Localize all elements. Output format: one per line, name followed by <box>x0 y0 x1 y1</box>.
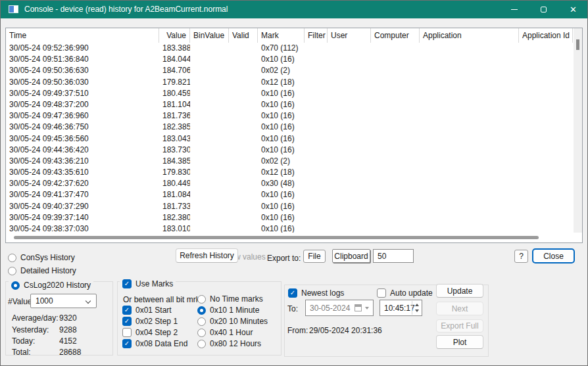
table-row[interactable]: 30/05-24 09:49:37:510180.4590x10 (16) <box>6 88 574 99</box>
checkbox-bit-start[interactable]: ✓ 0x01 Start <box>122 305 172 315</box>
column-header[interactable]: Computer <box>371 28 420 43</box>
table-cell: 181.084 <box>159 189 190 200</box>
radio-time-12hours-label: 0x80 12 Hours <box>210 339 261 348</box>
horizontal-scrollbar-thumb[interactable] <box>14 236 539 239</box>
help-button[interactable]: ? <box>514 250 528 263</box>
vertical-scrollbar-thumb[interactable] <box>576 39 579 50</box>
radio-detailed-history[interactable]: Detailed History <box>8 265 76 276</box>
radio-cslog2020-history[interactable]: CsLog2020 History <box>9 280 93 290</box>
table-row[interactable]: 30/05-24 09:41:37:470181.0840x10 (16) <box>6 189 574 200</box>
column-header[interactable]: Value <box>159 28 190 43</box>
table-cell: 0x02 (2) <box>258 65 305 76</box>
table-cell <box>190 223 229 233</box>
minimize-button[interactable] <box>499 0 529 18</box>
table-cell <box>371 133 420 145</box>
checkbox-bit-step2[interactable]: 0x04 Step 2 <box>122 327 178 338</box>
radio-time-1minute[interactable]: 0x10 1 Minute <box>197 305 259 315</box>
maximize-icon <box>541 7 547 12</box>
table-cell: 183.730 <box>159 145 190 156</box>
minimize-icon <box>511 9 518 10</box>
radio-time-1hour-label: 0x40 1 Hour <box>210 328 253 337</box>
radio-consys-history[interactable]: ConSys History <box>8 252 75 263</box>
plot-button[interactable]: Plot <box>436 335 483 349</box>
table-row[interactable]: 30/05-24 09:52:36:990183.3880x70 (112) <box>6 43 574 54</box>
radio-cslog2020-history-label: CsLog2020 History <box>24 281 91 290</box>
column-header[interactable]: BinValue <box>190 28 229 43</box>
to-time-input[interactable]: 10:45:17 <box>380 300 422 316</box>
export-full-button[interactable]: Export Full <box>436 319 483 332</box>
table-cell <box>420 110 519 122</box>
horizontal-scrollbar[interactable] <box>6 233 574 242</box>
checkbox-bit-dataend[interactable]: ✓ 0x08 Data End <box>122 338 187 349</box>
radio-time-12hours[interactable]: 0x80 12 Hours <box>197 338 261 349</box>
table-cell: 179.830 <box>159 167 190 178</box>
spinner-down-icon <box>415 309 419 312</box>
table-cell <box>229 189 258 200</box>
checkbox-unchecked-icon <box>377 288 386 298</box>
table-row[interactable]: 30/05-24 09:43:36:210184.3850x02 (2) <box>6 156 574 167</box>
export-count-input[interactable]: 50 <box>373 249 414 263</box>
table-cell <box>371 178 420 189</box>
radio-time-1hour[interactable]: 0x40 1 Hour <box>197 327 253 338</box>
table-cell <box>519 122 573 133</box>
table-row[interactable]: 30/05-24 09:38:37:030183.0100x10 (16) <box>6 223 574 233</box>
table-cell: 184.044 <box>159 54 190 65</box>
maximize-button[interactable] <box>529 0 558 18</box>
radio-no-time-marks[interactable]: No Time marks <box>197 294 263 304</box>
stat-yesterday: Yesterday:9288 <box>12 325 77 334</box>
table-cell <box>305 88 328 99</box>
next-button[interactable]: Next <box>436 302 483 315</box>
table-row[interactable]: 30/05-24 09:47:36:960181.7360x10 (16) <box>6 110 574 122</box>
table-row[interactable]: 30/05-24 09:44:36:420183.7300x10 (16) <box>6 145 574 156</box>
to-time-value: 10:45:17 <box>384 304 415 313</box>
table-cell <box>190 43 229 54</box>
table-cell: 30/05-24 09:50:36:630 <box>6 65 159 76</box>
table-cell: 181.104 <box>159 99 190 110</box>
table-row[interactable]: 30/05-24 09:40:37:290181.7330x10 (16) <box>6 201 574 212</box>
column-header[interactable]: Application <box>420 28 519 43</box>
values-dropdown[interactable]: 1000 <box>30 294 97 308</box>
column-header[interactable]: Mark <box>258 28 305 43</box>
radio-time-1minute-label: 0x10 1 Minute <box>210 306 259 315</box>
table-row[interactable]: 30/05-24 09:42:37:620180.4490x30 (48) <box>6 178 574 189</box>
table-cell <box>420 133 519 145</box>
table-cell <box>229 54 258 65</box>
table-cell <box>305 189 328 200</box>
table-cell <box>190 167 229 178</box>
close-window-button[interactable]: ✕ <box>558 0 588 18</box>
column-header[interactable]: Application Id <box>519 28 573 43</box>
to-date-picker[interactable]: 30-05-2024 <box>305 300 374 316</box>
export-clipboard-button[interactable]: Clipboard <box>332 249 370 263</box>
table-row[interactable]: 30/05-24 09:51:36:840184.0440x10 (16) <box>6 54 574 65</box>
checkbox-bit-step1[interactable]: ✓ 0x02 Step 1 <box>122 316 178 327</box>
stat-average: Average/day:9320 <box>12 313 77 323</box>
update-button[interactable]: Update <box>436 284 483 298</box>
checkbox-use-marks[interactable]: ✓ Use Marks <box>120 279 176 289</box>
table-cell <box>328 99 371 110</box>
table-cell <box>328 110 371 122</box>
table-row[interactable]: 30/05-24 09:48:37:200181.1040x10 (16) <box>6 99 574 110</box>
table-row[interactable]: 30/05-24 09:39:37:140182.3800x10 (16) <box>6 212 574 223</box>
table-row[interactable]: 30/05-24 09:43:35:610179.8300x12 (18) <box>6 167 574 178</box>
table-row[interactable]: 30/05-24 09:45:36:560183.0430x10 (16) <box>6 133 574 145</box>
radio-time-10minutes[interactable]: 0x20 10 Minutes <box>197 316 268 327</box>
radio-icon <box>8 267 16 275</box>
column-header[interactable]: Valid <box>229 28 258 43</box>
checkbox-auto-update[interactable]: Auto update <box>377 288 433 298</box>
checkbox-newest-logs[interactable]: ✓ Newest logs <box>285 288 347 298</box>
refresh-history-button[interactable]: Refresh History <box>176 248 238 263</box>
radio-icon <box>197 340 206 348</box>
table-cell <box>229 88 258 99</box>
table-row[interactable]: 30/05-24 09:46:36:750182.3850x10 (16) <box>6 122 574 133</box>
export-file-button[interactable]: File <box>303 250 326 263</box>
column-header[interactable]: User <box>328 28 371 43</box>
table-cell <box>420 145 519 156</box>
time-spinner[interactable] <box>412 301 421 315</box>
close-button[interactable]: Close <box>532 248 575 263</box>
vertical-scrollbar[interactable] <box>574 28 582 233</box>
table-row[interactable]: 30/05-24 09:50:36:030179.8210x12 (18) <box>6 77 574 88</box>
column-header[interactable]: Filter <box>305 28 328 43</box>
table-row[interactable]: 30/05-24 09:50:36:630184.7060x02 (2) <box>6 65 574 76</box>
column-header[interactable]: Time <box>6 28 159 43</box>
table-cell <box>328 88 371 99</box>
